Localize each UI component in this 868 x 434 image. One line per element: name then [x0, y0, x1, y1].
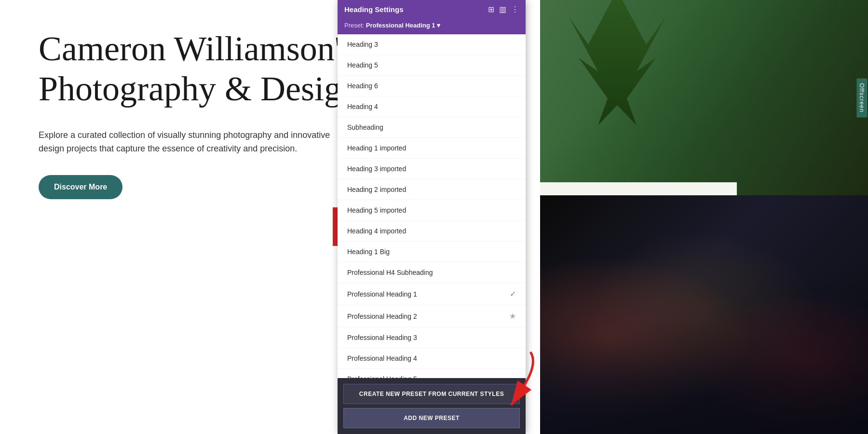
dropdown-item-13[interactable]: Professional Heading 2★ [338, 305, 526, 327]
expand-icon[interactable]: ⊞ [488, 5, 494, 14]
dropdown-item-16[interactable]: Professional Heading 5 [338, 369, 526, 378]
star-icon-13: ★ [509, 312, 516, 321]
add-preset-button[interactable]: ADD NEW PRESET [343, 408, 520, 428]
dropdown-item-label-10: Heading 1 Big [347, 248, 390, 256]
dropdown-item-label-12: Professional Heading 1 [347, 290, 417, 298]
dropdown-item-label-0: Heading 3 [347, 41, 378, 48]
dropdown-item-label-15: Professional Heading 4 [347, 354, 417, 362]
dropdown-item-12[interactable]: Professional Heading 1✓ [338, 283, 526, 305]
dropdown-item-8[interactable]: Heading 5 imported [338, 200, 526, 221]
panel-header-icons: ⊞ ▥ ⋮ [488, 5, 519, 14]
dropdown-item-6[interactable]: Heading 3 imported [338, 159, 526, 179]
dropdown-item-label-7: Heading 2 imported [347, 186, 406, 193]
discover-button[interactable]: Discover More [39, 175, 122, 199]
heading-settings-panel: Heading Settings ⊞ ▥ ⋮ Preset: Professio… [338, 0, 526, 434]
dropdown-item-label-11: Professional H4 Subheading [347, 269, 433, 276]
columns-icon[interactable]: ▥ [499, 5, 506, 14]
dropdown-item-0[interactable]: Heading 3 [338, 34, 526, 55]
dropdown-item-14[interactable]: Professional Heading 3 [338, 327, 526, 348]
dropdown-item-5[interactable]: Heading 1 imported [338, 138, 526, 159]
dropdown-item-9[interactable]: Heading 4 imported [338, 221, 526, 242]
dropdown-item-label-4: Subheading [347, 123, 383, 131]
panel-header: Heading Settings ⊞ ▥ ⋮ [338, 0, 526, 19]
check-icon-12: ✓ [510, 289, 516, 298]
panel-title: Heading Settings [344, 5, 404, 14]
preset-dropdown-list[interactable]: Heading 3Heading 5Heading 6Heading 4Subh… [338, 34, 526, 378]
dropdown-item-label-14: Professional Heading 3 [347, 334, 417, 341]
more-icon[interactable]: ⋮ [511, 5, 519, 14]
dropdown-item-3[interactable]: Heading 4 [338, 96, 526, 117]
preset-name: Professional Heading 1 ▾ [366, 22, 440, 29]
dropdown-item-label-13: Professional Heading 2 [347, 312, 417, 320]
dropdown-item-10[interactable]: Heading 1 Big [338, 242, 526, 262]
preset-bar[interactable]: Preset: Professional Heading 1 ▾ [338, 19, 526, 34]
photo-overlay [540, 0, 868, 195]
dropdown-item-11[interactable]: Professional H4 Subheading [338, 262, 526, 283]
dropdown-item-4[interactable]: Subheading [338, 117, 526, 138]
buildings [540, 267, 868, 434]
dropdown-item-7[interactable]: Heading 2 imported [338, 179, 526, 200]
photo-top: Offscreen [540, 0, 868, 195]
dropdown-item-label-9: Heading 4 imported [347, 227, 406, 235]
dropdown-item-label-5: Heading 1 imported [347, 144, 406, 152]
dropdown-item-label-2: Heading 6 [347, 82, 378, 90]
create-preset-button[interactable]: CREATE NEW PRESET FROM CURRENT STYLES [343, 384, 520, 404]
dropdown-item-label-6: Heading 3 imported [347, 165, 406, 173]
right-photo-panel: Offscreen ELDOTEL [540, 0, 868, 434]
dropdown-item-15[interactable]: Professional Heading 4 [338, 348, 526, 369]
dropdown-item-label-1: Heading 5 [347, 61, 378, 69]
website-description: Explore a curated collection of visually… [39, 128, 338, 156]
dropdown-item-1[interactable]: Heading 5 [338, 55, 526, 76]
photo-bottom [540, 195, 868, 434]
offscreen-label: Offscreen [857, 78, 868, 117]
panel-footer: CREATE NEW PRESET FROM CURRENT STYLES AD… [338, 378, 526, 434]
dropdown-item-label-3: Heading 4 [347, 103, 378, 110]
dropdown-item-label-8: Heading 5 imported [347, 206, 406, 214]
dropdown-item-label-16: Professional Heading 5 [347, 375, 417, 378]
dropdown-item-2[interactable]: Heading 6 [338, 76, 526, 96]
preset-prefix: Preset: [344, 22, 364, 29]
